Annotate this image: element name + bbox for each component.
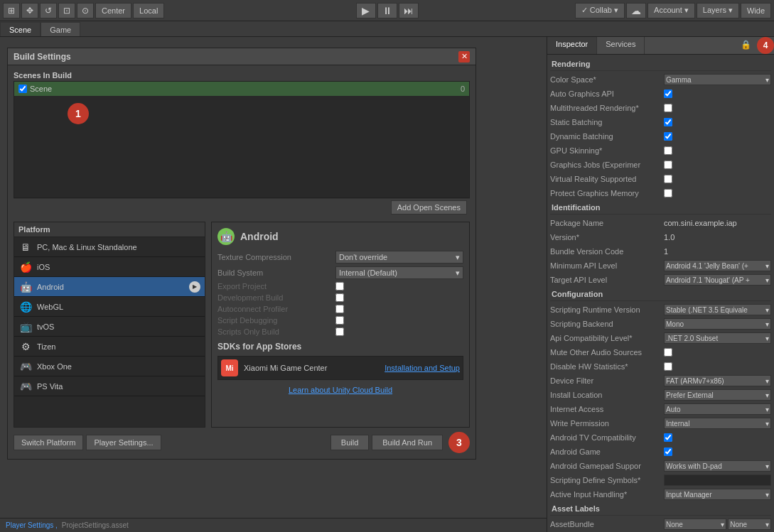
scripting-runtime-label: Scripting Runtime Version bbox=[550, 305, 664, 314]
autoconnect-checkbox[interactable] bbox=[335, 305, 344, 313]
lock-icon[interactable]: 🔒 bbox=[735, 37, 757, 54]
texture-dropdown[interactable]: Don't override ▾ bbox=[335, 251, 463, 264]
disable-hw-row: Disable HW Statistics* bbox=[550, 360, 771, 373]
platform-item-xbox[interactable]: 🎮 Xbox One bbox=[14, 357, 205, 376]
platform-item-android[interactable]: 🤖 Android 2 ▶ bbox=[14, 277, 205, 297]
game-tab-label: Game bbox=[50, 26, 71, 34]
play-controls: ▶ ⏸ ⏭ bbox=[356, 3, 419, 18]
tab-inspector[interactable]: Inspector bbox=[547, 37, 597, 54]
toolbar-right: ✓ Collab ▾ ☁ Account ▾ Layers ▾ Wide bbox=[575, 3, 771, 18]
toolbar-btn-3[interactable]: ↺ bbox=[40, 3, 57, 18]
scene-name: Scene bbox=[30, 85, 458, 93]
build-button[interactable]: Build bbox=[330, 435, 369, 450]
device-filter-dropdown[interactable]: FAT (ARMv7+x86) ▾ bbox=[664, 375, 771, 386]
internet-access-value: Auto bbox=[666, 406, 681, 413]
asset-bundle-variant-dropdown[interactable]: None ▾ bbox=[728, 519, 771, 530]
graphics-jobs-checkbox[interactable] bbox=[664, 161, 672, 169]
script-debug-checkbox[interactable] bbox=[335, 316, 344, 325]
layers-button[interactable]: Layers ▾ bbox=[697, 3, 739, 18]
toolbar-btn-4[interactable]: ⊡ bbox=[58, 3, 75, 18]
player-settings-link[interactable]: Player Settings , bbox=[6, 521, 58, 529]
build-system-chevron: ▾ bbox=[456, 268, 460, 278]
android-tv-checkbox[interactable] bbox=[664, 433, 672, 442]
vr-supported-checkbox[interactable] bbox=[664, 175, 672, 183]
platform-item-tizen[interactable]: ⚙ Tizen bbox=[14, 337, 205, 357]
scene-checkbox[interactable] bbox=[18, 85, 27, 93]
disable-hw-checkbox[interactable] bbox=[664, 362, 672, 371]
scenes-box: Scene 0 1 bbox=[14, 81, 470, 198]
android-icon: 🤖 bbox=[18, 280, 33, 294]
build-system-dropdown[interactable]: Internal (Default) ▾ bbox=[335, 266, 463, 279]
psvita-icon: 🎮 bbox=[18, 379, 33, 393]
protect-graphics-checkbox[interactable] bbox=[664, 189, 672, 197]
android-gamepad-dropdown[interactable]: Works with D-pad ▾ bbox=[664, 460, 771, 472]
play-button[interactable]: ▶ bbox=[356, 3, 376, 18]
platform-item-webgl[interactable]: 🌐 WebGL bbox=[14, 297, 205, 317]
toolbar-btn-1[interactable]: ⊞ bbox=[3, 3, 20, 18]
center-button[interactable]: Center bbox=[95, 3, 131, 18]
min-api-dropdown[interactable]: Android 4.1 'Jelly Bean' (+ ▾ bbox=[664, 260, 771, 271]
collab-label: Collab ▾ bbox=[590, 6, 618, 15]
close-button[interactable]: ✕ bbox=[458, 51, 470, 63]
android-tv-row: Android TV Compatibility bbox=[550, 431, 771, 444]
tab-services[interactable]: Services bbox=[597, 37, 645, 54]
color-space-label: Color Space* bbox=[550, 75, 664, 84]
api-compat-dropdown[interactable]: .NET 2.0 Subset ▾ bbox=[664, 332, 771, 344]
switch-platform-button[interactable]: Switch Platform bbox=[14, 435, 83, 450]
android-game-checkbox[interactable] bbox=[664, 447, 672, 456]
platform-item-pc[interactable]: 🖥 PC, Mac & Linux Standalone bbox=[14, 237, 205, 257]
dev-build-checkbox[interactable] bbox=[335, 293, 344, 302]
local-button[interactable]: Local bbox=[133, 3, 164, 18]
platform-item-tvos[interactable]: 📺 tvOS bbox=[14, 317, 205, 337]
toolbar-btn-2[interactable]: ✥ bbox=[21, 3, 38, 18]
scripting-runtime-dropdown[interactable]: Stable (.NET 3.5 Equivale ▾ bbox=[664, 304, 771, 315]
target-api-dropdown[interactable]: Android 7.1 'Nougat' (AP + ▾ bbox=[664, 274, 771, 286]
xiaomi-link[interactable]: Installation and Setup bbox=[385, 364, 460, 372]
multithreaded-checkbox[interactable] bbox=[664, 104, 672, 112]
version-row: Version* 1.0 bbox=[550, 231, 771, 244]
player-settings-button[interactable]: Player Settings... bbox=[86, 435, 161, 450]
dynamic-batching-checkbox[interactable] bbox=[664, 132, 672, 141]
color-space-dropdown[interactable]: Gamma ▾ bbox=[664, 74, 771, 85]
pause-button[interactable]: ⏸ bbox=[377, 3, 397, 18]
autoconnect-row: Autoconnect Profiler bbox=[217, 305, 463, 313]
step-button[interactable]: ⏭ bbox=[399, 3, 419, 18]
gpu-skinning-checkbox[interactable] bbox=[664, 146, 672, 155]
wide-button[interactable]: Wide bbox=[741, 3, 771, 18]
tab-game[interactable]: Game bbox=[41, 22, 80, 36]
xiaomi-icon: Mi bbox=[221, 359, 238, 376]
account-button[interactable]: Account ▾ bbox=[647, 3, 695, 18]
gpu-skinning-row: GPU Skinning* bbox=[550, 144, 771, 157]
scripting-symbols-input[interactable] bbox=[664, 474, 771, 486]
add-open-scenes-button[interactable]: Add Open Scenes bbox=[391, 200, 467, 215]
collab-button[interactable]: ✓ Collab ▾ bbox=[575, 3, 625, 18]
export-checkbox[interactable] bbox=[335, 282, 344, 291]
tab-scene[interactable]: Scene bbox=[0, 22, 41, 36]
active-input-dropdown[interactable]: Input Manager ▾ bbox=[664, 489, 771, 500]
build-and-run-button[interactable]: Build And Run bbox=[372, 435, 443, 450]
scripting-backend-dropdown[interactable]: Mono ▾ bbox=[664, 318, 771, 330]
scenes-section: Scenes In Build Scene 0 1 Add Ope bbox=[14, 71, 470, 216]
cloud-build-link[interactable]: Learn about Unity Cloud Build bbox=[289, 386, 392, 394]
webgl-icon: 🌐 bbox=[18, 300, 33, 314]
platform-item-psvita[interactable]: 🎮 PS Vita bbox=[14, 376, 205, 396]
build-settings-dialog: Build Settings ✕ Scenes In Build Scene 0 bbox=[7, 48, 476, 460]
platform-item-ios[interactable]: 🍎 iOS bbox=[14, 257, 205, 277]
target-api-label: Target API Level bbox=[550, 276, 664, 284]
cloud-button[interactable]: ☁ bbox=[626, 3, 646, 18]
write-permission-dropdown[interactable]: Internal ▾ bbox=[664, 418, 771, 429]
bundle-version-value: 1 bbox=[664, 247, 771, 256]
install-location-dropdown[interactable]: Prefer External ▾ bbox=[664, 389, 771, 401]
asset-bundle-dropdown[interactable]: None ▾ bbox=[664, 519, 726, 530]
static-batching-checkbox[interactable] bbox=[664, 118, 672, 126]
internet-access-dropdown[interactable]: Auto ▾ bbox=[664, 403, 771, 415]
account-label: Account ▾ bbox=[654, 6, 689, 15]
auto-graphics-checkbox[interactable] bbox=[664, 89, 672, 98]
mute-audio-checkbox[interactable] bbox=[664, 348, 672, 357]
build-settings-panel: 🤖 Android Texture Compression Don't over… bbox=[211, 222, 470, 428]
scripting-runtime-value: Stable (.NET 3.5 Equivale bbox=[666, 306, 748, 314]
toolbar-btn-5[interactable]: ⊙ bbox=[77, 3, 94, 18]
rendering-header: Rendering bbox=[550, 58, 771, 71]
scripts-only-checkbox[interactable] bbox=[335, 327, 344, 336]
layers-label: Layers ▾ bbox=[703, 6, 733, 15]
